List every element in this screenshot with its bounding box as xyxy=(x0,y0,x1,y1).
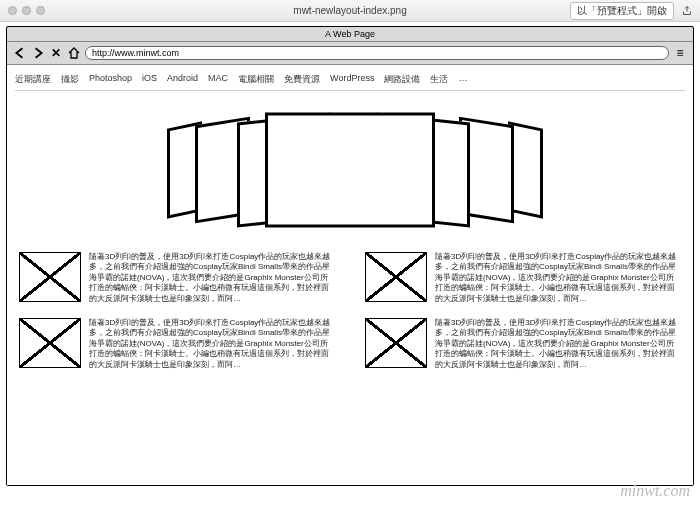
nav-item[interactable]: 近期講座 xyxy=(15,73,51,86)
article-grid: 隨著3D列印的普及，使用3D列印來打造Cosplay作品的玩家也越來越多，之前我… xyxy=(15,252,685,370)
close-dot[interactable] xyxy=(8,6,17,15)
article-item[interactable]: 隨著3D列印的普及，使用3D列印來打造Cosplay作品的玩家也越來越多，之前我… xyxy=(19,318,335,370)
zoom-dot[interactable] xyxy=(36,6,45,15)
nav-item[interactable]: MAC xyxy=(208,73,228,86)
nav-item[interactable]: WordPress xyxy=(330,73,374,86)
page-content: 近期講座 攝影 Photoshop iOS Android MAC 電腦相關 免… xyxy=(7,65,693,485)
back-icon[interactable] xyxy=(13,46,27,60)
url-input[interactable] xyxy=(85,46,669,60)
article-item[interactable]: 隨著3D列印的普及，使用3D列印來打造Cosplay作品的玩家也越來越多，之前我… xyxy=(365,318,681,370)
home-icon[interactable] xyxy=(67,46,81,60)
carousel xyxy=(15,97,685,242)
article-excerpt: 隨著3D列印的普及，使用3D列印來打造Cosplay作品的玩家也越來越多，之前我… xyxy=(89,252,335,304)
carousel-card-center[interactable] xyxy=(265,112,435,227)
article-item[interactable]: 隨著3D列印的普及，使用3D列印來打造Cosplay作品的玩家也越來越多，之前我… xyxy=(19,252,335,304)
nav-item[interactable]: 生活 xyxy=(430,73,448,86)
article-excerpt: 隨著3D列印的普及，使用3D列印來打造Cosplay作品的玩家也越來越多，之前我… xyxy=(435,318,681,370)
nav-menu: 近期講座 攝影 Photoshop iOS Android MAC 電腦相關 免… xyxy=(15,71,685,91)
placeholder-image-icon xyxy=(19,252,81,302)
traffic-lights xyxy=(0,6,45,15)
watermark: minwt.com xyxy=(620,482,690,500)
window-tab-title: mwt-newlayout-index.png xyxy=(293,5,406,16)
nav-item[interactable]: Photoshop xyxy=(89,73,132,86)
browser-toolbar: ✕ ≡ xyxy=(7,41,693,65)
nav-item[interactable]: 攝影 xyxy=(61,73,79,86)
placeholder-image-icon xyxy=(365,318,427,368)
open-in-preview-button[interactable]: 以「預覽程式」開啟 xyxy=(570,2,674,20)
share-icon[interactable] xyxy=(680,4,694,18)
nav-more[interactable]: … xyxy=(458,73,467,86)
os-window-header: mwt-newlayout-index.png 以「預覽程式」開啟 xyxy=(0,0,700,22)
placeholder-image-icon xyxy=(19,318,81,368)
nav-item[interactable]: Android xyxy=(167,73,198,86)
nav-item[interactable]: 網路設備 xyxy=(384,73,420,86)
article-item[interactable]: 隨著3D列印的普及，使用3D列印來打造Cosplay作品的玩家也越來越多，之前我… xyxy=(365,252,681,304)
nav-item[interactable]: 電腦相關 xyxy=(238,73,274,86)
nav-item[interactable]: 免費資源 xyxy=(284,73,320,86)
browser-mockup: A Web Page ✕ ≡ 近期講座 攝影 Photoshop iOS And… xyxy=(6,26,694,486)
article-excerpt: 隨著3D列印的普及，使用3D列印來打造Cosplay作品的玩家也越來越多，之前我… xyxy=(435,252,681,304)
stop-icon[interactable]: ✕ xyxy=(49,46,63,60)
mockup-title: A Web Page xyxy=(7,27,693,41)
nav-item[interactable]: iOS xyxy=(142,73,157,86)
menu-icon[interactable]: ≡ xyxy=(673,46,687,60)
minimize-dot[interactable] xyxy=(22,6,31,15)
article-excerpt: 隨著3D列印的普及，使用3D列印來打造Cosplay作品的玩家也越來越多，之前我… xyxy=(89,318,335,370)
forward-icon[interactable] xyxy=(31,46,45,60)
placeholder-image-icon xyxy=(365,252,427,302)
